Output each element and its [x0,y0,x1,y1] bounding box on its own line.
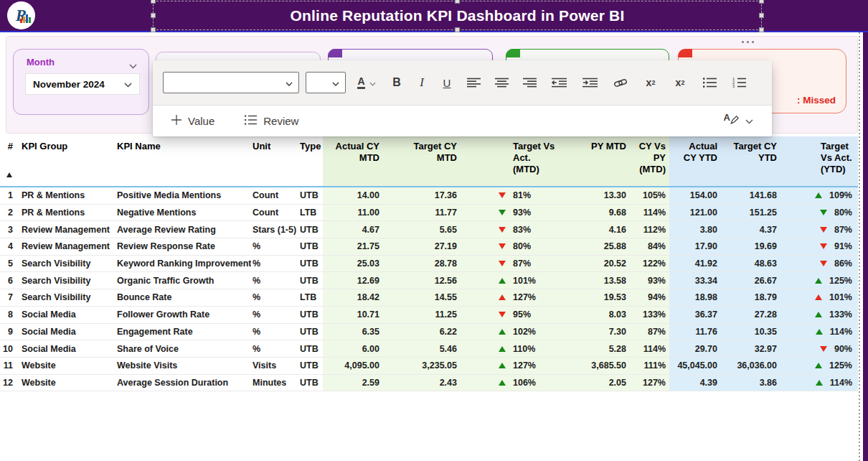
column-header-cy_vs_py[interactable]: CY Vs PY (MTD) [630,136,669,186]
column-header-py_mtd[interactable]: PY MTD [569,136,630,186]
table-row[interactable]: 2PR & MentionsNegative MentionsCountLTB1… [0,205,858,222]
triangle-up-icon [815,363,822,368]
text-style-button[interactable]: A [724,114,753,127]
variance-percent: 114% [830,327,852,337]
cell-tva_ytd: 91% [780,238,858,255]
cell-target_mtd: 12.56 [384,272,461,289]
cell-unit: Count [251,205,298,221]
chevron-down-icon[interactable] [129,59,137,72]
triangle-up-icon [499,346,506,352]
resize-handle[interactable] [151,0,156,4]
decrease-indent-button[interactable] [547,70,571,95]
cell-type: UTB [298,221,323,238]
italic-button[interactable]: I [412,70,431,95]
review-button[interactable]: Review [245,115,298,127]
cell-actual_ytd: 33.34 [669,272,720,289]
column-header-actual_mtd[interactable]: Actual CY MTD [323,136,384,186]
cell-tva_ytd: 125% [780,358,858,374]
table-row[interactable]: 12WebsiteAverage Session DurationMinutes… [0,375,858,392]
more-options-icon[interactable] [742,41,754,43]
cell-cy_vs_py: 133% [630,307,669,323]
add-value-button[interactable]: Value [171,115,214,127]
cell-tva_mtd: 93% [461,205,569,221]
bold-button[interactable]: B [387,70,406,95]
column-header-actual_ytd[interactable]: Actual CY YTD [669,136,720,186]
cell-name: Review Response Rate [115,238,251,255]
cell-actual_ytd: 41.92 [669,256,720,272]
resize-handle[interactable] [151,13,156,18]
increase-indent-button[interactable] [577,70,602,95]
app-logo: R [7,1,35,29]
plus-icon [171,115,181,127]
resize-handle[interactable] [455,0,460,4]
resize-handle[interactable] [759,13,764,18]
resize-handle[interactable] [455,27,460,32]
numbered-list-button[interactable]: 123 [727,70,750,95]
table-row[interactable]: 11WebsiteWebsite VisitsVisitsUTB4,095.00… [0,358,858,375]
slicer-label: Month [27,57,55,67]
column-header-tva_ytd[interactable]: Target Vs Act. (YTD) [780,136,858,186]
cell-name: Average Review Rating [115,221,251,238]
cell-py_mtd: 13.30 [569,187,630,204]
cell-tva_ytd: 101% [780,289,858,306]
column-header-group[interactable]: KPI Group [19,136,115,186]
month-dropdown[interactable]: November 2024 [25,73,140,95]
resize-handle[interactable] [151,27,156,32]
superscript-button[interactable]: x2 [639,70,662,95]
triangle-up-icon [499,363,506,368]
chevron-down-icon [286,76,293,89]
column-header-num[interactable]: # [0,136,19,186]
table-row[interactable]: 1PR & MentionsPositive Media MentionsCou… [0,187,858,205]
month-dropdown-value: November 2024 [33,79,124,90]
cell-name: Keyword Ranking Improvement [115,256,251,272]
column-header-unit[interactable]: Unit [251,136,298,186]
variance-percent: 125% [829,360,852,371]
table-row[interactable]: 3Review ManagementAverage Review RatingS… [0,221,858,238]
column-header-target_mtd[interactable]: Target CY MTD [384,136,461,186]
column-header-tva_mtd[interactable]: Target Vs Act. (MTD) [461,136,569,186]
font-color-button[interactable]: A [352,70,381,95]
align-right-button[interactable] [519,70,540,95]
variance-percent: 106% [513,378,536,388]
align-center-button[interactable] [491,70,512,95]
table-row[interactable]: 10Social MediaShare of Voice%UTB6.005.46… [0,340,858,358]
table-row[interactable]: 4Review ManagementReview Response Rate%U… [0,238,858,256]
superscript-mark: 2 [651,79,655,86]
font-name-combobox[interactable] [163,72,299,93]
insert-link-button[interactable] [608,70,633,95]
cell-cy_vs_py: 122% [630,256,669,272]
triangle-down-icon [499,192,506,198]
cell-name: Positive Media Mentions [115,187,251,204]
cell-num: 12 [0,375,19,391]
table-row[interactable]: 5Search VisibilityKeyword Ranking Improv… [0,256,858,273]
font-size-combobox[interactable] [306,72,346,93]
cell-num: 11 [0,358,19,374]
cell-actual_mtd: 6.35 [323,324,384,340]
column-header-target_ytd[interactable]: Target CY YTD [720,136,780,186]
underline-button[interactable]: U [438,70,456,95]
title-textbox[interactable]: Online Reputation KPI Dashboard in Power… [153,1,762,30]
cell-tva_mtd: 106% [461,375,569,391]
cell-py_mtd: 25.88 [569,238,630,255]
column-header-name[interactable]: KPI Name [115,136,251,186]
cell-group: Website [19,375,115,391]
table-row[interactable]: 7Search VisibilityBounce Rate%LTB18.4214… [0,289,858,307]
cell-tva_mtd: 87% [461,256,569,272]
cell-unit: % [251,272,298,289]
triangle-down-icon [820,243,827,249]
column-header-type[interactable]: Type [298,136,323,186]
sort-ascending-icon[interactable] [6,172,12,177]
table-row[interactable]: 6Search VisibilityOrganic Traffic Growth… [0,272,858,289]
resize-handle[interactable] [759,27,764,32]
cell-name: Engagement Rate [115,324,251,340]
table-row[interactable]: 8Social MediaFollower Growth Rate%UTB10.… [0,307,858,324]
cell-unit: % [251,256,298,272]
align-left-button[interactable] [463,70,484,95]
bullet-list-button[interactable] [698,70,721,95]
cell-group: Search Visibility [19,256,115,272]
resize-handle[interactable] [759,0,764,4]
table-row[interactable]: 9Social MediaEngagement Rate%UTB6.356.22… [0,324,858,341]
subscript-button[interactable]: x2 [669,70,692,95]
cell-tva_ytd: 80% [780,205,858,221]
cell-cy_vs_py: 87% [630,324,669,340]
